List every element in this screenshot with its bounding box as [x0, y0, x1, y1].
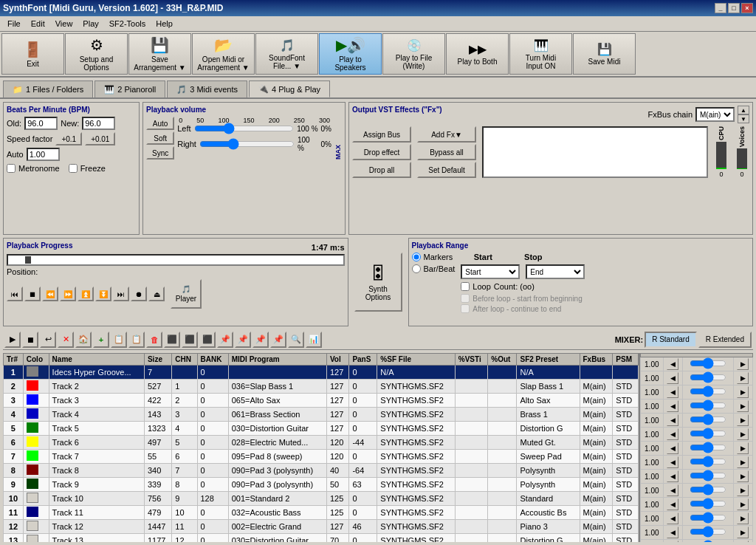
- mixer-vol-left[interactable]: ◀: [663, 357, 682, 371]
- tool-block1[interactable]: ⬛: [164, 332, 180, 348]
- table-row[interactable]: 8 Track 8 340 7 0 090=Pad 3 (polysynth) …: [4, 464, 639, 478]
- table-row[interactable]: 10 Track 10 756 9 128 001=Standard 2 125…: [4, 492, 639, 506]
- transport-rewind-start[interactable]: ⏮: [7, 287, 23, 301]
- bpm-auto-input[interactable]: [27, 148, 60, 161]
- set-default-button[interactable]: Set Default: [417, 162, 476, 178]
- mixer-vol-left[interactable]: ◀: [663, 498, 682, 512]
- bpm-new-input[interactable]: [82, 117, 115, 130]
- menu-play[interactable]: Play: [78, 18, 103, 30]
- tab-pianoroll[interactable]: 🎹 2 Pianoroll: [94, 80, 165, 97]
- transport-fast-forward[interactable]: ⏩: [60, 287, 76, 301]
- mixer-vol-left[interactable]: ◀: [663, 428, 682, 442]
- mixer-vol-right[interactable]: ▶: [733, 357, 752, 371]
- table-row[interactable]: 13 Track 13 1177 12 0 030=Distortion Gui…: [4, 534, 639, 543]
- mixer-vol-right[interactable]: ▶: [733, 414, 752, 428]
- menu-help[interactable]: Help: [151, 18, 177, 30]
- transport-stop[interactable]: ⏹: [24, 287, 41, 301]
- table-row[interactable]: 12 Track 12 1447 11 0 002=Electric Grand…: [4, 520, 639, 534]
- mixer-vol-right[interactable]: ▶: [733, 385, 752, 400]
- tool-undo[interactable]: ↩: [40, 332, 56, 348]
- tool-block3[interactable]: ⬛: [199, 332, 216, 348]
- transport-end[interactable]: ⏭: [113, 287, 129, 301]
- after-loop-checkbox[interactable]: [461, 304, 470, 313]
- mixer-vol-left[interactable]: ◀: [663, 456, 682, 470]
- tab-midi-events[interactable]: 🎵 3 Midi events: [167, 80, 247, 97]
- table-row[interactable]: 3 Track 3 422 2 0 065=Alto Sax 127 0 SYN…: [4, 394, 639, 408]
- mixer-vol-right[interactable]: ▶: [733, 400, 752, 414]
- open-midi-button[interactable]: 📂 Open Midi orArrangement ▼: [192, 33, 255, 75]
- fxbus-select[interactable]: M(ain) Bus 1 Bus 2: [695, 107, 735, 122]
- bypass-all-button[interactable]: Bypass all: [417, 144, 476, 160]
- mixer-vol-right[interactable]: ▶: [733, 470, 752, 484]
- tool-delete[interactable]: 🗑: [146, 332, 162, 348]
- mixer-vol-slider[interactable]: [682, 540, 733, 543]
- sync-vol-button[interactable]: Sync: [146, 146, 174, 160]
- add-fx-button[interactable]: Add Fx▼: [417, 126, 476, 143]
- drop-all-button[interactable]: Drop all: [352, 162, 411, 178]
- tool-cancel[interactable]: ✕: [58, 332, 74, 348]
- mixer-vol-left[interactable]: ◀: [663, 540, 682, 543]
- loop-checkbox[interactable]: [461, 282, 470, 291]
- left-vol-slider[interactable]: [194, 124, 295, 133]
- menu-file[interactable]: File: [3, 18, 25, 30]
- transport-prev-marker[interactable]: ⏫: [78, 287, 94, 301]
- before-loop-checkbox[interactable]: [461, 294, 470, 303]
- mixer-vol-slider[interactable]: [682, 526, 733, 540]
- standard-mixer-button[interactable]: R Standard: [645, 332, 697, 348]
- mixer-vol-left[interactable]: ◀: [663, 442, 682, 456]
- drop-effect-button[interactable]: Drop effect: [352, 144, 411, 160]
- setup-options-button[interactable]: ⚙ Setup andOptions: [65, 33, 128, 75]
- table-row[interactable]: 1 Idecs Hyper Groove... 7 0 127 0 N/A N/…: [4, 366, 639, 380]
- soft-vol-button[interactable]: Soft: [146, 131, 174, 145]
- tool-add[interactable]: +: [93, 332, 109, 348]
- mixer-vol-left[interactable]: ◀: [663, 512, 682, 526]
- freeze-checkbox[interactable]: [69, 164, 78, 173]
- menu-sf2tools[interactable]: SF2-Tools: [105, 18, 151, 30]
- table-row[interactable]: 6 Track 6 497 5 0 028=Electric Muted... …: [4, 436, 639, 450]
- mixer-vol-slider[interactable]: [682, 371, 733, 385]
- mixer-vol-left[interactable]: ◀: [663, 385, 682, 400]
- mixer-vol-slider[interactable]: [682, 456, 733, 470]
- speed-plus-button[interactable]: +0.1: [55, 132, 82, 145]
- table-row[interactable]: 5 Track 5 1323 4 0 030=Distortion Guitar…: [4, 422, 639, 436]
- transport-next-marker[interactable]: ⏬: [95, 287, 111, 301]
- menu-edit[interactable]: Edit: [27, 18, 49, 30]
- mixer-vol-slider[interactable]: [682, 385, 733, 400]
- mixer-vol-slider[interactable]: [682, 484, 733, 498]
- tool-home[interactable]: 🏠: [75, 332, 92, 348]
- mixer-vol-slider[interactable]: [682, 357, 733, 371]
- table-row[interactable]: 4 Track 4 143 3 0 061=Brass Section 127 …: [4, 408, 639, 422]
- play-speakers-button[interactable]: ▶🔊 Play toSpeakers: [319, 33, 382, 75]
- tool-play[interactable]: ▶: [4, 332, 21, 348]
- save-midi-button[interactable]: 💾 Save Midi: [573, 33, 636, 75]
- markers-radio[interactable]: [412, 253, 421, 261]
- soundfont-button[interactable]: 🎵 SoundFontFile... ▼: [255, 33, 318, 75]
- tab-files[interactable]: 📁 1 Files / Folders: [3, 80, 93, 97]
- menu-view[interactable]: View: [51, 18, 78, 30]
- close-button[interactable]: ×: [741, 3, 753, 13]
- play-file-button[interactable]: 💿 Play to File(Write): [382, 33, 445, 75]
- start-select[interactable]: Start End: [461, 264, 520, 279]
- transport-rewind[interactable]: ⏪: [42, 287, 58, 301]
- mixer-vol-left[interactable]: ◀: [663, 470, 682, 484]
- exit-button[interactable]: 🚪 Exit: [1, 33, 64, 75]
- table-row[interactable]: 9 Track 9 339 8 0 090=Pad 3 (polysynth) …: [4, 478, 639, 492]
- maximize-button[interactable]: □: [728, 3, 740, 13]
- mixer-vol-left[interactable]: ◀: [663, 414, 682, 428]
- mixer-vol-right[interactable]: ▶: [733, 371, 752, 385]
- barbeat-radio[interactable]: [412, 264, 421, 273]
- mixer-vol-slider[interactable]: [682, 428, 733, 442]
- synth-options-button[interactable]: 🎛 SynthOptions: [354, 253, 402, 312]
- fxbus-scroll-up[interactable]: ▲: [738, 106, 749, 114]
- mixer-vol-slider[interactable]: [682, 414, 733, 428]
- stop-select[interactable]: End Start: [526, 264, 585, 279]
- mixer-vol-right[interactable]: ▶: [733, 526, 752, 540]
- right-vol-slider[interactable]: [199, 140, 295, 148]
- mixer-vol-right[interactable]: ▶: [733, 442, 752, 456]
- mixer-vol-slider[interactable]: [682, 400, 733, 414]
- mixer-vol-left[interactable]: ◀: [663, 400, 682, 414]
- assign-bus-button[interactable]: Assign Bus: [352, 126, 411, 143]
- table-row[interactable]: 11 Track 11 479 10 0 032=Acoustic Bass 1…: [4, 506, 639, 520]
- mixer-vol-slider[interactable]: [682, 512, 733, 526]
- mixer-vol-left[interactable]: ◀: [663, 484, 682, 498]
